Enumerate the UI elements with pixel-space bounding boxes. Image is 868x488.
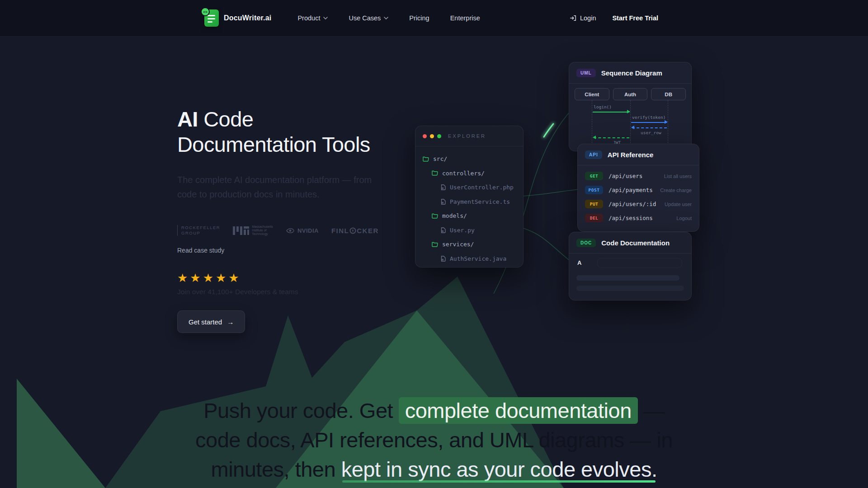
title-line1-rest: Code [198, 107, 253, 131]
title-bold: AI [177, 107, 198, 131]
file-icon [441, 227, 446, 233]
tree-item-file: UserController.php [441, 180, 516, 195]
headline-text: — [638, 399, 665, 422]
code-documentation-card: DOC Code Documentation A [569, 232, 692, 300]
message-arrow-verify [631, 122, 667, 123]
message-label: user_row [641, 130, 661, 135]
tree-item-file: User.py [441, 223, 516, 238]
headline-underlined: kept in sync as your code evolves. [341, 457, 657, 481]
rockefeller-group-logo: ROCKEFELLER GROUP [177, 225, 220, 236]
page-title: AI Code Documentation Tools [177, 107, 390, 157]
chevron-down-icon [323, 17, 328, 19]
nav-item-pricing[interactable]: Pricing [409, 14, 429, 22]
skeleton-outline [597, 258, 682, 268]
message-label: login() [594, 104, 612, 109]
doc-card-title: Code Documentation [601, 239, 670, 247]
brand-name: DocuWriter.ai [224, 14, 271, 22]
tree-item-folder: services/ [432, 237, 516, 252]
logo-text: Institute of [252, 229, 273, 232]
file-icon [441, 256, 446, 262]
folder-open-icon [432, 170, 438, 176]
star-icon: ★ [228, 272, 239, 284]
get-started-label: Get started [189, 318, 222, 326]
get-started-button[interactable]: Get started → [177, 310, 245, 333]
file-explorer-card: EXPLORER src/ controllers/ UserControlle… [415, 126, 524, 267]
customer-logos: ROCKEFELLER GROUP Massachusett [177, 225, 390, 236]
participant-client: Client [575, 88, 609, 100]
tree-item-folder: models/ [432, 209, 516, 223]
endpoint-description: Create charge [660, 188, 692, 193]
method-badge-del: DEL [585, 214, 603, 222]
typing-text: A [577, 259, 581, 266]
hero-section: AI Code Documentation Tools The complete… [177, 107, 390, 333]
nvidia-eye-icon [286, 227, 296, 234]
headline-text: Push your code. Get [203, 399, 399, 422]
message-arrow-login [593, 112, 629, 113]
endpoint-description: Logout [676, 216, 692, 221]
nav-links: Product Use Cases Pricing Enterprise [297, 14, 480, 22]
connector-glow [544, 124, 553, 137]
star-icon: ★ [190, 272, 200, 284]
file-icon [441, 199, 446, 205]
rating-caption: Join over 41,100+ Developers & teams [177, 288, 390, 296]
login-button[interactable]: Login [570, 14, 596, 22]
method-badge-get: GET [585, 172, 603, 180]
method-badge-post: POST [585, 186, 603, 194]
mit-bars-icon [233, 226, 249, 235]
endpoint-description: List all users [664, 174, 692, 179]
nav-item-label: Pricing [409, 14, 429, 22]
explorer-title: EXPLORER [448, 133, 486, 139]
uml-badge: UML [576, 69, 596, 77]
endpoint-path: /api/payments [609, 187, 653, 193]
star-rating: ★ ★ ★ ★ ★ [177, 272, 390, 284]
docuwriter-landing-page: <> DocuWriter.ai Product Use Cases Prici… [0, 0, 868, 488]
endpoint-path: /api/users/:id [609, 201, 656, 207]
arrow-right-icon: → [227, 318, 234, 326]
logo-text: Technology [252, 232, 273, 236]
tree-item-file: PaymentService.ts [441, 195, 516, 209]
tree-item-folder: controllers/ [432, 166, 516, 181]
skeleton-bar [576, 275, 679, 281]
message-arrow-jwt [594, 137, 629, 138]
title-line2: Documentation Tools [177, 132, 370, 156]
folder-open-icon [432, 242, 438, 247]
logo-text: FINL [331, 227, 349, 235]
logo-text: ROCKEFELLER [181, 225, 220, 230]
endpoint-description: Update user [665, 202, 692, 207]
endpoint-row: DEL /api/sessions Logout [578, 211, 699, 225]
start-free-trial-button[interactable]: Start Free Trial [612, 14, 658, 22]
window-maximize-dot [437, 134, 441, 138]
star-icon: ★ [203, 272, 213, 284]
tree-item-file: AuthService.java [441, 252, 516, 266]
folder-open-icon [423, 156, 429, 162]
logo-text: Massachusetts [252, 225, 273, 229]
brand-logo[interactable]: <> DocuWriter.ai [204, 9, 271, 27]
doc-badge: DOC [576, 239, 596, 247]
headline-highlight: complete documentation [399, 397, 638, 424]
api-card-title: API Reference [608, 151, 654, 159]
login-label: Login [580, 14, 596, 22]
nvidia-logo: NVIDIA [286, 227, 319, 234]
file-icon [441, 184, 446, 190]
endpoint-row: POST /api/payments Create charge [578, 183, 699, 197]
nav-item-use-cases[interactable]: Use Cases [349, 14, 388, 22]
nav-item-product[interactable]: Product [297, 14, 328, 22]
nav-item-label: Enterprise [450, 14, 480, 22]
star-icon: ★ [177, 272, 188, 284]
headline-text: minutes, then [211, 457, 341, 481]
endpoint-list: GET /api/users List all users POST /api/… [578, 165, 699, 225]
file-tree: src/ controllers/ UserController.php Pay… [415, 146, 523, 271]
doc-card-body: A [569, 253, 691, 300]
top-navigation: <> DocuWriter.ai Product Use Cases Prici… [0, 0, 868, 37]
chevron-down-icon [384, 17, 388, 19]
nav-item-enterprise[interactable]: Enterprise [450, 14, 480, 22]
sequence-card-title: Sequence Diagram [601, 69, 662, 77]
endpoint-row: PUT /api/users/:id Update user [578, 197, 699, 211]
logo-text: GROUP [181, 230, 220, 236]
read-case-study-link[interactable]: Read case study [177, 247, 390, 254]
endpoint-row: GET /api/users List all users [578, 169, 699, 183]
nav-item-label: Product [297, 14, 320, 22]
hero-subtitle: The complete AI documentation platform —… [177, 173, 373, 202]
bottom-headline: Push your code. Get complete documentati… [0, 396, 868, 484]
window-close-dot [423, 134, 427, 138]
